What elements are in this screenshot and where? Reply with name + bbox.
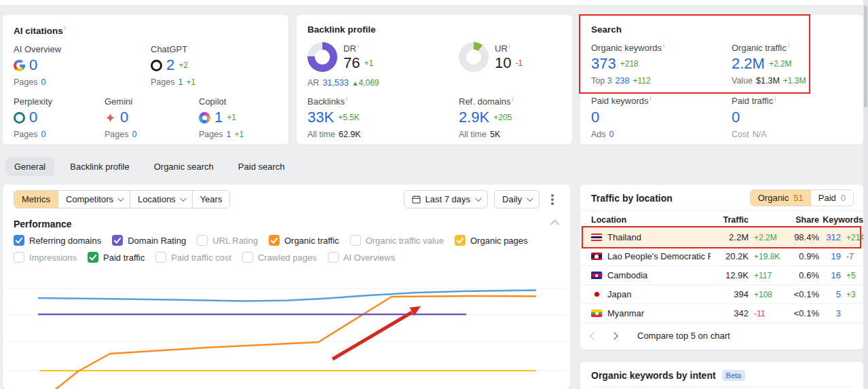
metric-change: +205 xyxy=(493,113,512,122)
locations-dropdown[interactable]: Locations xyxy=(130,191,193,208)
years-button[interactable]: Years xyxy=(193,191,230,208)
organic-paid-toggle: Organic51 Paid0 xyxy=(750,189,854,206)
metric-value[interactable]: 2.2M xyxy=(732,56,765,72)
collapse-chevron-icon[interactable] xyxy=(550,220,559,229)
metric-checkboxes: Referring domains Domain Rating URL Rati… xyxy=(14,235,559,263)
checkbox-impressions[interactable]: Impressions xyxy=(14,252,77,263)
compare-top5-link[interactable]: Compare top 5 on chart xyxy=(637,331,730,341)
metric-value[interactable]: 0 xyxy=(591,109,599,126)
pages-change: +1 xyxy=(186,77,195,87)
metric-label: Backlinks xyxy=(307,96,345,107)
alltime-label: All time xyxy=(307,130,335,139)
date-range-dropdown[interactable]: Last 7 days xyxy=(404,190,489,208)
metrics-button[interactable]: Metrics xyxy=(14,191,58,208)
scrollbar[interactable] xyxy=(863,0,868,389)
info-icon xyxy=(358,43,359,50)
metric-value[interactable]: 0 xyxy=(120,109,128,126)
ar-value[interactable]: 31,533 xyxy=(322,78,348,88)
ads-label: Ads xyxy=(591,130,606,139)
backlink-profile-title: Backlink profile xyxy=(307,24,561,35)
checkbox-crawled-pages[interactable]: Crawled pages xyxy=(242,252,317,263)
metric-value[interactable]: 2.9K xyxy=(459,109,489,126)
col-location[interactable]: Location xyxy=(591,215,711,225)
pages-value[interactable]: 1 xyxy=(226,130,231,139)
table-row-myanmar[interactable]: Myanmar 342 -11 <0.1% 3 xyxy=(580,304,863,323)
table-row-thailand[interactable]: Thailand 2.2M +2.2M 98.4% 312 +214 xyxy=(580,228,863,247)
tab-general[interactable]: General xyxy=(5,158,54,176)
metric-value[interactable]: 2 xyxy=(166,57,174,73)
metric-value[interactable]: 0 xyxy=(29,57,37,73)
table-row-japan[interactable]: Japan 394 +108 <0.1% 5 +3 xyxy=(580,285,863,304)
ai-citations-card: AI citations AI Overview 0 Pages0 ChatGP… xyxy=(3,15,288,145)
ar-label: AR xyxy=(307,78,319,88)
metric-value[interactable]: 373 xyxy=(591,56,616,72)
cambodia-flag-icon xyxy=(591,272,602,279)
gemini-icon xyxy=(105,112,116,124)
ai-metric-copilot: Copilot 1 +1 Pages1+1 xyxy=(199,96,244,139)
metric-value[interactable]: 0 xyxy=(29,109,37,126)
next-page-icon[interactable] xyxy=(610,332,618,339)
checkbox-organic-traffic[interactable]: Organic traffic xyxy=(269,235,339,246)
granularity-dropdown[interactable]: Daily xyxy=(494,190,540,208)
metric-value[interactable]: 1 xyxy=(214,109,223,126)
perplexity-icon xyxy=(14,112,25,124)
metric-value[interactable]: 0 xyxy=(732,109,740,126)
metric-value[interactable]: 33K xyxy=(307,109,334,126)
checkbox-icon xyxy=(242,252,253,263)
keywords-link[interactable]: 16 xyxy=(819,270,841,280)
tab-organic-search[interactable]: Organic search xyxy=(145,158,223,176)
metric-label: Paid keywords xyxy=(591,96,649,107)
more-options-icon[interactable] xyxy=(551,198,554,201)
metric-label: Paid traffic xyxy=(732,96,773,107)
alltime-label: All time xyxy=(459,130,487,139)
metric-label: AI Overview xyxy=(14,44,151,54)
ar-change: 4,069 xyxy=(359,78,379,88)
checkbox-organic-traffic-value[interactable]: Organic traffic value xyxy=(350,235,444,246)
ai-metric-perplexity: Perplexity 0 Pages0 xyxy=(14,96,105,139)
keywords-link[interactable]: 312 xyxy=(819,232,841,242)
info-icon xyxy=(509,43,510,50)
ads-value[interactable]: 0 xyxy=(609,130,614,139)
dr-change: +1 xyxy=(364,58,373,68)
copilot-icon xyxy=(199,112,210,124)
competitors-dropdown[interactable]: Competitors xyxy=(58,191,130,208)
pages-label: Pages xyxy=(14,130,37,139)
top3-value[interactable]: 238 xyxy=(616,76,630,86)
performance-line-chart[interactable] xyxy=(3,268,570,389)
checkbox-icon xyxy=(269,235,280,246)
organic-toggle-option[interactable]: Organic51 xyxy=(751,190,811,206)
checkbox-paid-traffic[interactable]: Paid traffic xyxy=(88,252,145,263)
top3-label: Top 3 xyxy=(591,76,612,86)
pages-value[interactable]: 0 xyxy=(41,130,45,139)
tab-paid-search[interactable]: Paid search xyxy=(229,158,294,176)
metric-change: +2.2M xyxy=(769,59,792,69)
tab-backlink-profile[interactable]: Backlink profile xyxy=(61,158,138,176)
keywords-link[interactable]: 19 xyxy=(819,251,841,261)
table-row-laos[interactable]: Lao People's Democratic Reput 20.2K +19.… xyxy=(580,247,863,266)
checkbox-url-rating[interactable]: URL Rating xyxy=(197,235,258,246)
keywords-link[interactable]: 5 xyxy=(819,289,841,299)
scrollbar-thumb[interactable] xyxy=(864,5,867,107)
myanmar-flag-icon xyxy=(591,310,602,317)
checkbox-domain-rating[interactable]: Domain Rating xyxy=(112,235,186,246)
metric-change: +2 xyxy=(178,60,188,70)
col-share[interactable]: Share xyxy=(784,215,819,225)
checkbox-referring-domains[interactable]: Referring domains xyxy=(14,235,101,246)
checkbox-organic-pages[interactable]: Organic pages xyxy=(455,235,528,246)
pages-value[interactable]: 0 xyxy=(41,77,45,87)
keywords-link[interactable]: 3 xyxy=(819,308,841,318)
refdomains-metric: Ref. domains 2.9K+205 All time5K xyxy=(459,96,514,139)
backlinks-metric: Backlinks 33K+5.5K All time62.9K xyxy=(307,96,459,139)
pages-value[interactable]: 0 xyxy=(132,130,136,139)
checkbox-ai-overviews[interactable]: AI Overviews xyxy=(328,252,396,263)
paid-toggle-option[interactable]: Paid0 xyxy=(811,190,853,206)
prev-page-icon[interactable] xyxy=(590,332,597,339)
col-traffic[interactable]: Traffic xyxy=(711,215,749,225)
pages-value[interactable]: 1 xyxy=(178,77,183,87)
checkbox-icon xyxy=(14,252,24,263)
checkbox-paid-traffic-cost[interactable]: Paid traffic cost xyxy=(155,252,231,263)
info-icon xyxy=(64,24,66,31)
metric-change: +218 xyxy=(620,59,639,69)
col-keywords[interactable]: Keywords xyxy=(819,215,863,225)
table-row-cambodia[interactable]: Cambodia 12.9K +117 0.6% 16 +5 xyxy=(580,266,863,285)
